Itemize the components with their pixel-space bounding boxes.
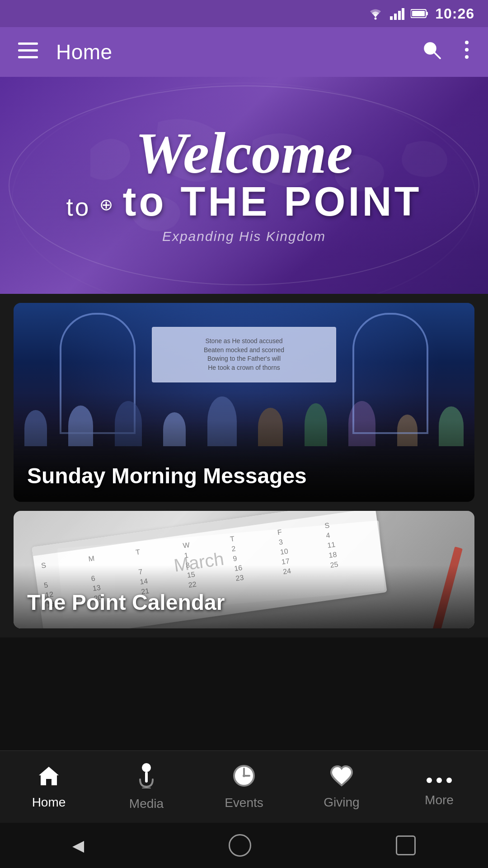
battery-icon	[411, 8, 429, 19]
svg-point-26	[436, 778, 442, 783]
recents-button[interactable]	[396, 835, 416, 855]
svg-line-12	[434, 52, 440, 58]
svg-point-27	[446, 778, 452, 783]
content-area: Stone as He stood accused Beaten mocked …	[0, 294, 488, 637]
nav-item-more[interactable]: More	[403, 762, 475, 812]
giving-icon	[329, 764, 354, 791]
sunday-messages-card[interactable]: Stone as He stood accused Beaten mocked …	[14, 303, 474, 502]
overflow-menu-button[interactable]	[464, 40, 470, 64]
svg-point-15	[465, 55, 469, 59]
search-button[interactable]	[422, 40, 441, 64]
media-icon	[136, 763, 156, 792]
nav-label-media: Media	[129, 797, 164, 811]
home-icon	[37, 764, 61, 791]
home-button[interactable]	[229, 834, 251, 857]
nav-item-events[interactable]: Events	[208, 760, 280, 815]
hero-banner: Welcome to ⊕ to THE POINT Expanding His …	[0, 77, 488, 294]
status-time: 10:26	[435, 5, 474, 22]
svg-rect-18	[145, 772, 148, 783]
nav-label-home: Home	[32, 795, 66, 810]
signal-icon	[390, 7, 404, 20]
back-button[interactable]: ◀	[72, 836, 84, 854]
svg-point-17	[142, 763, 151, 772]
nav-item-media[interactable]: Media	[110, 759, 183, 816]
app-bar: Home	[0, 27, 488, 77]
svg-rect-2	[394, 14, 397, 20]
welcome-script-text: Welcome	[66, 127, 422, 179]
nav-label-events: Events	[225, 796, 263, 810]
svg-rect-9	[18, 49, 38, 52]
menu-button[interactable]	[18, 42, 38, 62]
welcome-text: Welcome to ⊕ to THE POINT Expanding His …	[66, 127, 422, 244]
svg-rect-4	[402, 8, 404, 20]
bottom-nav: Home Media Events	[0, 750, 488, 823]
status-bar: 10:26	[0, 0, 488, 27]
svg-point-13	[465, 41, 469, 44]
welcome-to-point-text: to ⊕ to THE POINT	[66, 179, 422, 224]
svg-point-24	[243, 774, 245, 777]
svg-point-25	[427, 778, 432, 783]
svg-rect-8	[18, 42, 38, 45]
svg-rect-1	[390, 16, 393, 20]
nav-label-giving: Giving	[324, 795, 359, 810]
wifi-icon	[367, 7, 384, 20]
svg-rect-6	[426, 12, 428, 15]
app-bar-actions	[422, 40, 470, 64]
system-nav-bar: ◀	[0, 823, 488, 868]
svg-point-14	[465, 48, 469, 52]
events-icon	[232, 764, 256, 791]
svg-rect-7	[412, 11, 425, 16]
nav-item-giving[interactable]: Giving	[305, 760, 378, 814]
calendar-card[interactable]: SMTWTFS 1234 567891011 12131415161718 19…	[14, 511, 474, 628]
nav-item-home[interactable]: Home	[13, 760, 85, 814]
page-title: Home	[56, 40, 422, 64]
calendar-label: The Point Calendar	[27, 590, 225, 615]
status-icons: 10:26	[367, 5, 474, 22]
nav-label-more: More	[425, 793, 454, 807]
svg-rect-10	[18, 56, 38, 58]
svg-rect-3	[398, 11, 401, 20]
svg-point-0	[375, 18, 377, 20]
hero-subtitle: Expanding His Kingdom	[66, 229, 422, 244]
sunday-messages-label: Sunday Morning Messages	[27, 463, 307, 488]
more-icon	[426, 767, 453, 788]
